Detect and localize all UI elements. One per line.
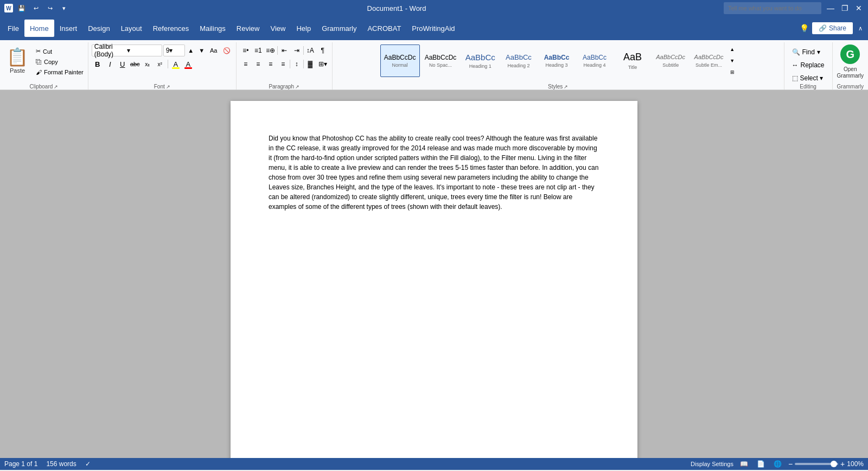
save-qat-button[interactable]: 💾 — [16, 3, 27, 14]
numbering-button[interactable]: ≡1 — [252, 44, 264, 56]
paragraph-row1: ≡• ≡1 ≡⊕ ⇤ ⇥ ↕A ¶ — [240, 44, 329, 56]
font-size-decrease-button[interactable]: ▼ — [197, 46, 207, 55]
style-normal-item[interactable]: AaBbCcDc Normal — [380, 44, 420, 77]
ribbon-collapse-button[interactable]: ∧ — [855, 23, 866, 34]
find-button[interactable]: 🔍 Find ▾ — [788, 47, 829, 58]
decrease-indent-button[interactable]: ⇤ — [278, 44, 290, 56]
zoom-slider[interactable] — [795, 463, 838, 465]
style-heading3-item[interactable]: AaBbCc Heading 3 — [538, 44, 575, 77]
menu-references[interactable]: References — [148, 20, 194, 37]
align-left-button[interactable]: ≡ — [240, 58, 252, 70]
redo-qat-button[interactable]: ↪ — [44, 3, 55, 14]
cut-button[interactable]: ✂ Cut — [34, 47, 86, 56]
style-title-item[interactable]: AaB Title — [614, 44, 651, 77]
superscript-button[interactable]: x² — [154, 58, 166, 70]
style-subtle-em-item[interactable]: AaBbCcDc Subtle Em... — [690, 44, 727, 77]
zoom-out-button[interactable]: − — [788, 460, 793, 468]
minimize-button[interactable]: — — [826, 3, 835, 13]
borders-button[interactable]: ⊞▾ — [317, 58, 329, 70]
increase-indent-button[interactable]: ⇥ — [291, 44, 303, 56]
close-button[interactable]: ✕ — [854, 3, 864, 13]
find-dropdown-icon: ▾ — [817, 48, 820, 56]
styles-scroll-down-button[interactable]: ▼ — [729, 57, 736, 65]
view-read-button[interactable]: 📖 — [738, 459, 750, 469]
font-name-row: Calibri (Body) ▾ 9 ▾ ▲ ▼ Aa 🚫 — [92, 44, 233, 56]
shading-icon: ▓ — [308, 60, 312, 68]
style-heading1-item[interactable]: AaBbCc Heading 1 — [461, 44, 499, 77]
view-web-button[interactable]: 🌐 — [771, 459, 784, 469]
strikethrough-button[interactable]: abc — [129, 58, 141, 70]
tell-me-input[interactable] — [724, 2, 821, 14]
menu-file[interactable]: File — [2, 20, 24, 37]
document-content[interactable]: Did you know that Photoshop CC has the a… — [269, 133, 599, 212]
font-size-increase-button[interactable]: ▲ — [186, 46, 196, 55]
styles-label: Styles — [548, 84, 563, 90]
menu-review[interactable]: Review — [231, 20, 265, 37]
font-size-selector[interactable]: 9 ▾ — [163, 44, 185, 56]
paragraph-expand-icon[interactable]: ↗ — [295, 84, 299, 90]
customize-qat-button[interactable]: ▾ — [59, 3, 69, 14]
menu-grammarly[interactable]: Grammarly — [316, 20, 362, 37]
grammarly-open-button[interactable]: G — [840, 44, 860, 64]
font-size-dropdown-icon: ▾ — [169, 47, 173, 54]
clipboard-expand-icon[interactable]: ↗ — [54, 84, 58, 90]
editing-label-row: Editing — [788, 84, 829, 90]
font-color-button[interactable]: A — [182, 58, 194, 70]
display-settings-button[interactable]: Display Settings — [691, 461, 733, 467]
underline-button[interactable]: U — [117, 58, 129, 70]
style-heading4-item[interactable]: AaBbCc Heading 4 — [576, 44, 613, 77]
copy-button[interactable]: ⿻ Copy — [34, 58, 86, 66]
menu-layout[interactable]: Layout — [116, 20, 148, 37]
paragraph-1[interactable]: Did you know that Photoshop CC has the a… — [269, 133, 599, 212]
font-expand-icon[interactable]: ↗ — [166, 84, 170, 90]
document-area[interactable]: Did you know that Photoshop CC has the a… — [0, 90, 868, 458]
menu-insert[interactable]: Insert — [54, 20, 83, 37]
bold-button[interactable]: B — [92, 58, 104, 70]
menu-home[interactable]: Home — [24, 20, 54, 37]
menu-view[interactable]: View — [265, 20, 291, 37]
line-spacing-button[interactable]: ↕ — [291, 58, 303, 70]
show-formatting-button[interactable]: ¶ — [317, 44, 329, 56]
clear-format-button[interactable]: 🚫 — [221, 44, 233, 56]
align-right-button[interactable]: ≡ — [265, 58, 277, 70]
menu-acrobat[interactable]: ACROBAT — [362, 20, 406, 37]
multilevel-button[interactable]: ≡⊕ — [265, 44, 277, 56]
paragraph-label: Paragraph — [269, 84, 294, 90]
bullets-button[interactable]: ≡• — [240, 44, 252, 56]
styles-scroll-up-button[interactable]: ▲ — [729, 46, 736, 53]
menu-mailings[interactable]: Mailings — [194, 20, 231, 37]
sort-button[interactable]: ↕A — [304, 44, 316, 56]
proofing-icon[interactable]: ✓ — [85, 460, 91, 468]
zoom-percent[interactable]: 100% — [847, 460, 864, 468]
format-painter-icon: 🖌 — [36, 69, 42, 75]
style-nospace-item[interactable]: AaBbCcDc No Spac... — [421, 44, 461, 77]
italic-button[interactable]: I — [104, 58, 116, 70]
style-subtitle-item[interactable]: AaBbCcDc Subtitle — [652, 44, 689, 77]
align-center-button[interactable]: ≡ — [252, 58, 264, 70]
justify-button[interactable]: ≡ — [277, 58, 289, 70]
select-button[interactable]: ⬚ Select ▾ — [788, 73, 829, 84]
undo-qat-button[interactable]: ↩ — [30, 3, 41, 14]
menu-design[interactable]: Design — [82, 20, 115, 37]
grammarly-group-label: Grammarly — [837, 84, 864, 90]
menu-prowritingaid[interactable]: ProWritingAid — [406, 20, 460, 37]
text-highlight-button[interactable]: A — [170, 58, 182, 70]
zoom-in-button[interactable]: + — [840, 460, 845, 468]
subscript-button[interactable]: x₂ — [142, 58, 154, 70]
text-case-button[interactable]: Aa — [208, 44, 220, 56]
share-button[interactable]: 🔗 Share — [812, 22, 853, 34]
format-painter-button[interactable]: 🖌 Format Painter — [34, 68, 86, 77]
paste-button[interactable]: 📋 Paste — [2, 44, 33, 76]
help-icon[interactable]: 💡 — [799, 23, 810, 34]
view-print-button[interactable]: 📄 — [755, 459, 767, 469]
style-heading2-item[interactable]: AaBbCc Heading 2 — [500, 44, 537, 77]
shading-button[interactable]: ▓ — [304, 58, 316, 70]
sep3 — [290, 60, 290, 68]
styles-expand-icon[interactable]: ↗ — [564, 84, 568, 90]
replace-button[interactable]: ↔ Replace — [788, 60, 829, 71]
styles-more-button[interactable]: ⊞ — [729, 68, 736, 76]
menu-help[interactable]: Help — [291, 20, 316, 37]
font-family-selector[interactable]: Calibri (Body) ▾ — [92, 44, 162, 56]
word-count: 156 words — [46, 460, 76, 468]
restore-button[interactable]: ❐ — [840, 3, 850, 13]
